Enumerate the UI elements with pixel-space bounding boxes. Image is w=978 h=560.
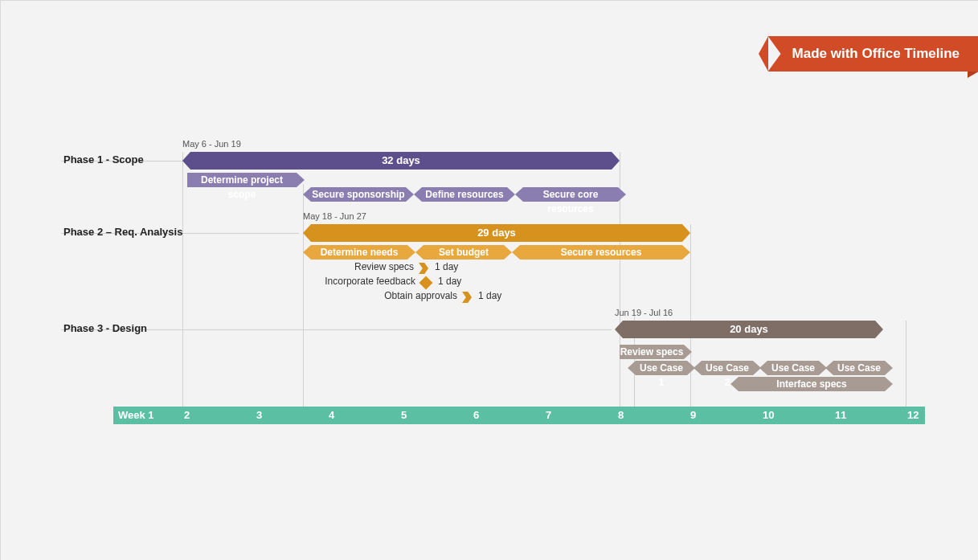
task-interface-specs: Interface specs [739,377,885,391]
task-set-budget: Set budget [424,245,504,260]
task-use-case-4: Use Case 4 [833,361,885,375]
task-secure-sponsorship: Secure sponsorship [311,187,406,202]
phase3-label: Phase 3 - Design [63,322,147,334]
tick-5: 5 [401,407,407,424]
made-with-banner: Made with Office Timeline [768,36,978,72]
phase3-summary-bar: 20 days [623,321,875,338]
slide-frame: Made with Office Timeline Week 1 2 3 4 5… [0,0,978,560]
phase3-dates: Jun 19 - Jul 16 [615,308,673,317]
milestone-review-specs: Review specs [350,261,414,272]
task-determine-needs: Determine needs [311,245,407,260]
phase1-dates: May 6 - Jun 19 [182,139,241,149]
chevron-icon [419,263,428,274]
tick-8: 8 [618,407,624,424]
gridline [906,321,906,407]
tick-week1: Week 1 [118,407,154,424]
phase2-label: Phase 2 – Req. Analysis [63,226,182,238]
one-day-label: 1 day [435,261,458,272]
phase1-duration: 32 days [382,154,420,166]
tick-12: 12 [907,407,919,424]
phase1-label: Phase 1 - Scope [63,153,144,166]
task-use-case-3: Use Case 3 [767,361,819,375]
task-secure-core-resources: Secure core resources [523,187,618,202]
tick-2: 2 [184,407,190,424]
phase1-summary-bar: 32 days [190,152,612,170]
task-use-case-1: Use Case 1 [636,361,687,375]
tick-6: 6 [473,407,479,424]
week-scale: Week 1 2 3 4 5 6 7 8 9 10 11 12 [113,407,925,424]
milestone-incorporate-feedback: Incorporate feedback [319,276,415,287]
tick-10: 10 [763,407,774,424]
milestone-obtain-approvals: Obtain approvals [377,290,457,301]
task-use-case-2: Use Case 2 [702,361,753,375]
phase2-dates: May 18 - Jun 27 [303,211,366,221]
task-review-specs: Review specs [620,345,684,359]
one-day-label: 1 day [478,290,501,301]
one-day-label: 1 day [438,276,461,287]
tick-4: 4 [329,407,334,424]
gridline [182,152,183,407]
chevron-icon [462,292,472,303]
gridline [690,224,691,407]
phase2-duration: 29 days [477,227,516,239]
diamond-icon [419,276,433,290]
phase2-summary-bar: 29 days [311,224,682,242]
banner-text: Made with Office Timeline [792,46,960,62]
task-determine-scope: Determine project scope [187,173,297,187]
tick-11: 11 [835,407,846,424]
tick-3: 3 [256,407,262,424]
tick-9: 9 [690,407,696,424]
tick-7: 7 [546,407,551,424]
phase3-duration: 20 days [730,323,768,335]
task-secure-resources: Secure resources [520,245,682,260]
task-define-resources: Define resources [422,187,507,202]
